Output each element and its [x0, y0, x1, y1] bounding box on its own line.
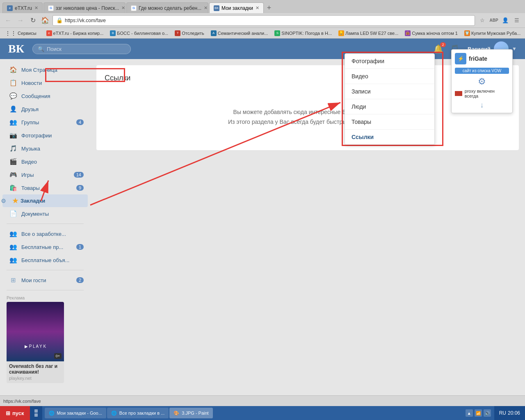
frigate-collapse-icon[interactable]: ↓: [480, 101, 484, 109]
free-pr-badge: 1: [76, 244, 84, 250]
taskbar-item-label-2: Все про закладки в ...: [119, 411, 164, 415]
frigate-settings-icon[interactable]: ⚙: [478, 76, 486, 87]
sidebar-item-photos[interactable]: 📷 Фотографии: [2, 129, 88, 142]
ad-title: Overwatch без лаг и скачивания!: [7, 361, 64, 376]
bm-semantic[interactable]: A Семантический анали...: [208, 30, 271, 37]
sidebar-item-groups[interactable]: 👥 Группы 4: [2, 116, 88, 129]
home-button[interactable]: 🏠: [40, 16, 50, 25]
bm-sinoptik[interactable]: S SINOPTIK: Погода в Н...: [272, 30, 334, 37]
reload-button[interactable]: ↻: [28, 16, 38, 25]
bm-apps-label: Сервисы: [18, 31, 37, 36]
dropdown-item-links[interactable]: Ссылки: [345, 130, 434, 144]
vk-search-icon: 🔍: [38, 46, 44, 52]
dropdown-item-photos[interactable]: Фотографии: [345, 54, 434, 69]
bm-apps[interactable]: ⋮⋮ Сервисы: [2, 30, 39, 37]
sidebar-item-goods[interactable]: 🛍️ Товары 9: [2, 181, 88, 194]
taskbar-item-icon-3: 🎨: [173, 411, 179, 416]
ad-play-label: ▶ P L A Y K: [7, 341, 64, 352]
tab-close-etxt[interactable]: ✕: [34, 5, 38, 11]
sidebar-label-music: Музыка: [21, 146, 40, 152]
groups-badge: 4: [76, 119, 84, 125]
tab-google[interactable]: G ззг николаев цена - Поиск... ✕: [43, 2, 126, 13]
frigate-title: friGate: [469, 55, 487, 62]
sidebar-item-bookmarks[interactable]: ⚙ ★ Закладки: [2, 194, 88, 207]
taskbar-item-bookmarks-google[interactable]: 🌐 Мои закладки - Goo...: [45, 408, 106, 418]
tab-etxt[interactable]: e eTXT.ru ✕: [2, 2, 43, 13]
nav-bar: ← → ↻ 🏠 🔒 https://vk.com/fave ☆ ABP 👤 ☰: [0, 13, 525, 28]
sidebar-item-music[interactable]: 🎵 Музыка: [2, 142, 88, 155]
bookmark-star-button[interactable]: ☆: [477, 16, 487, 25]
dropdown-item-video[interactable]: Видео: [345, 69, 434, 84]
user-profile-button[interactable]: 👤: [500, 16, 510, 25]
sidebar-item-earnings[interactable]: 👥 Все о заработке...: [2, 227, 88, 240]
address-bar[interactable]: 🔒 https://vk.com/fave: [52, 15, 475, 26]
extensions-button[interactable]: ABP: [489, 16, 499, 25]
bm-track-label: Отследить: [182, 31, 204, 36]
guests-icon: ⊞: [9, 276, 17, 284]
sidebar-label-my-page: Моя Страница: [21, 67, 57, 73]
bm-sinoptik-icon: S: [274, 30, 280, 36]
bm-shirt[interactable]: 👕 Купити Мужская Руба...: [462, 30, 523, 37]
sidebar-item-guests[interactable]: ⊞ Мои гости 2: [2, 274, 88, 287]
ad-label: Реклама: [7, 295, 84, 300]
tab-close-google[interactable]: ✕: [121, 5, 125, 11]
forward-button[interactable]: →: [16, 16, 25, 25]
tab-favicon-advice: G: [131, 5, 137, 11]
menu-button[interactable]: ☰: [512, 16, 522, 25]
bm-boss[interactable]: B БОСС - биллинговая о...: [107, 30, 171, 37]
dropdown-item-people[interactable]: Люди: [345, 99, 434, 114]
dropdown-item-posts[interactable]: Записи: [345, 84, 434, 99]
sidebar-item-video[interactable]: 🎬 Видео: [2, 155, 88, 168]
sidebar-label-games: Игры: [21, 172, 34, 178]
sidebar-label-friends: Друзья: [21, 106, 39, 112]
sidebar-item-messages[interactable]: 💬 Сообщения: [2, 89, 88, 103]
sidebar-separator-1: [7, 224, 84, 224]
sidebar-item-free-ads[interactable]: 👥 Бесплатные объя...: [2, 253, 88, 267]
sidebar-item-friends[interactable]: 👤 Друзья: [2, 103, 88, 116]
tray-lang: RU: [499, 410, 506, 416]
sidebar-separator-2: [7, 270, 84, 270]
new-tab-button[interactable]: +: [264, 2, 274, 13]
section-empty-message: Вы можете добавлять сюда интересные Вам …: [105, 91, 511, 144]
dropdown-item-goods[interactable]: Товары: [345, 114, 434, 130]
guests-badge: 2: [76, 277, 84, 283]
bookmarks-gear-icon: ⚙: [1, 198, 6, 204]
sidebar-item-news[interactable]: 📋 Новости: [2, 76, 88, 89]
taskbar-item-bookmarks-info[interactable]: 🌐 Все про закладки в ...: [107, 408, 169, 418]
bm-bag[interactable]: 👜 Сумка жіноча оптом 1: [402, 30, 460, 37]
tab-bar: e eTXT.ru ✕ G ззг николаев цена - Поиск.…: [0, 0, 525, 13]
sidebar-label-bookmarks: Закладки: [21, 198, 45, 204]
nav-actions: ☆ ABP 👤 ☰: [477, 16, 522, 25]
back-button[interactable]: ←: [3, 16, 13, 25]
bm-track[interactable]: T Отследить: [172, 30, 207, 37]
friends-icon: 👤: [9, 105, 17, 113]
tab-close-advice[interactable]: ✕: [204, 5, 208, 11]
start-button[interactable]: ⊞ пуск: [0, 406, 30, 420]
taskbar-clock[interactable]: RU 20:06: [494, 406, 525, 420]
vk-logo[interactable]: ВК: [8, 42, 24, 55]
sidebar-label-guests: Мои гости: [21, 277, 46, 283]
sidebar-item-games[interactable]: 🎮 Игры 14: [2, 168, 88, 181]
tab-close-bookmarks[interactable]: ✕: [256, 5, 259, 11]
tab-label-bookmarks: Мои закладки: [221, 5, 253, 11]
taskbar-item-label-1: Мои закладки - Goo...: [57, 411, 102, 415]
tab-advice[interactable]: G Где можно сделать ребен... ✕: [126, 2, 208, 13]
bm-lamp[interactable]: 💡 Лампа LED 5W E27 све...: [336, 30, 401, 37]
frigate-site-badge: сайт из списка VOW: [455, 68, 509, 74]
music-nav-icon: 🎵: [9, 144, 17, 153]
vk-search-input[interactable]: [47, 46, 126, 52]
tab-bookmarks[interactable]: ВК Мои закладки ✕: [209, 2, 264, 13]
sidebar-item-free-pr[interactable]: 👥 Бесплатные пр... 1: [2, 240, 88, 253]
bm-lamp-icon: 💡: [338, 30, 344, 36]
frigate-logo: ⚡: [455, 53, 466, 64]
ad-card[interactable]: ▶ P L A Y K 0+ Overwatch без лаг и скачи…: [7, 302, 64, 383]
frigate-status-text: proxy включен всегда: [465, 89, 509, 98]
free-ads-icon: 👥: [9, 256, 17, 264]
bm-etxt[interactable]: e eTXT.ru - Биржа копир...: [44, 30, 106, 37]
taskbar-item-paint[interactable]: 🎨 3.JPG - Paint: [169, 408, 212, 418]
sidebar-item-my-page[interactable]: 🏠 Моя Страница: [2, 63, 88, 76]
vk-search-bar[interactable]: 🔍: [32, 44, 131, 54]
sidebar-label-earnings: Все о заработке...: [21, 231, 66, 237]
notifications-bell[interactable]: 🔔 2: [433, 44, 443, 54]
sidebar-item-documents[interactable]: 📄 Документы: [2, 207, 88, 220]
